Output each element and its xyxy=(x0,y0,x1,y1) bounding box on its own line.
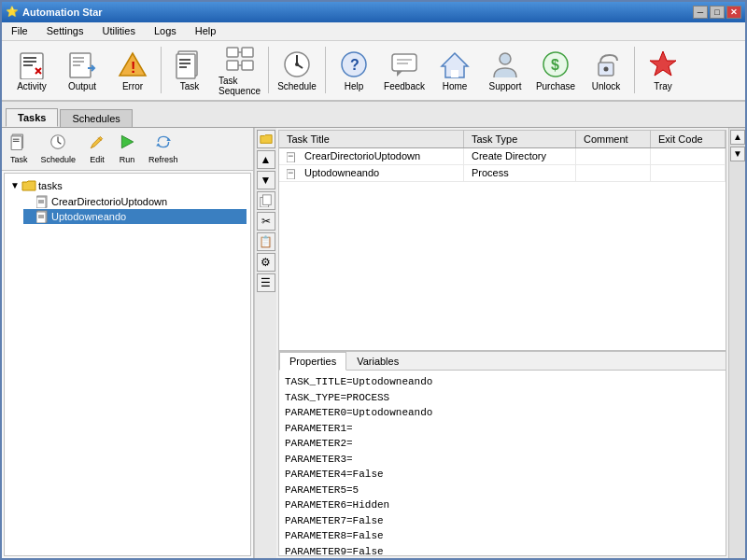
toolbar-purchase[interactable]: $ Purchase xyxy=(531,44,580,96)
left-btn-task[interactable]: Task xyxy=(6,131,33,167)
svg-rect-1 xyxy=(23,57,36,59)
app-window: ⭐ Automation Star ─ □ ✕ File Settings Ut… xyxy=(0,0,747,560)
task-table-container[interactable]: Task Title Task Type Comment Exit Code xyxy=(278,130,726,351)
minimize-button[interactable]: ─ xyxy=(693,6,708,19)
toolbar-support[interactable]: Support xyxy=(481,44,529,96)
right-panel: Task Title Task Type Comment Exit Code xyxy=(276,128,728,558)
side-btn-list[interactable]: ☰ xyxy=(257,273,275,292)
left-btn-refresh[interactable]: Refresh xyxy=(144,131,183,167)
error-label: Error xyxy=(122,81,143,91)
prop-line-3: PARAMETER0=Uptodowneando xyxy=(285,405,720,421)
svg-text:!: ! xyxy=(131,60,135,76)
task-comment-cell-2 xyxy=(575,164,650,181)
toolbar-error[interactable]: ! Error xyxy=(108,44,157,96)
title-bar-left: ⭐ Automation Star xyxy=(6,6,103,18)
toolbar-feedback[interactable]: Feedback xyxy=(380,44,429,96)
col-task-type: Task Type xyxy=(463,131,575,148)
prop-tab-properties[interactable]: Properties xyxy=(279,352,346,371)
left-refresh-label: Refresh xyxy=(148,155,178,164)
side-btn-cut[interactable]: ✂ xyxy=(257,212,275,231)
prop-line-11: PARAMETER8=False xyxy=(285,528,720,544)
menu-file[interactable]: File xyxy=(6,23,34,38)
table-row[interactable]: CrearDirectorioUptodown Create Directory xyxy=(279,147,726,164)
toolbar-unlock[interactable]: Unlock xyxy=(582,44,630,96)
title-bar: ⭐ Automation Star ─ □ ✕ xyxy=(2,2,745,22)
properties-tab-bar: Properties Variables xyxy=(279,352,726,371)
task-sequence-label: Task Sequence xyxy=(218,76,261,96)
main-tab-bar: Tasks Schedules xyxy=(2,102,745,128)
toolbar-task[interactable]: Task xyxy=(165,44,214,96)
support-label: Support xyxy=(488,81,521,91)
svg-rect-18 xyxy=(242,61,253,70)
task-tree[interactable]: ▼ tasks xyxy=(4,173,251,556)
side-btn-down[interactable]: ▼ xyxy=(257,171,275,189)
task-node-icon-crear xyxy=(36,195,49,208)
toolbar-output[interactable]: Output xyxy=(58,44,106,96)
svg-rect-7 xyxy=(73,64,80,66)
purchase-label: Purchase xyxy=(536,81,575,91)
row-icon-upto xyxy=(287,168,298,179)
side-btn-settings[interactable]: ⚙ xyxy=(257,253,275,272)
side-btn-copy[interactable] xyxy=(257,191,275,210)
svg-text:?: ? xyxy=(350,57,359,73)
tray-label: Tray xyxy=(654,81,672,91)
toolbar-sep-2 xyxy=(268,47,269,93)
close-button[interactable]: ✕ xyxy=(726,6,741,19)
task-table: Task Title Task Type Comment Exit Code xyxy=(279,131,726,182)
svg-point-37 xyxy=(604,66,609,71)
row-icon-crear xyxy=(287,151,298,162)
side-btn-folder[interactable] xyxy=(257,130,275,148)
tab-schedules[interactable]: Schedules xyxy=(60,109,132,127)
left-btn-run[interactable]: Run xyxy=(114,131,140,167)
table-row[interactable]: Uptodowneando Process xyxy=(279,164,726,181)
scroll-up-btn[interactable]: ▲ xyxy=(730,130,745,145)
svg-rect-6 xyxy=(73,61,84,63)
toolbar-help[interactable]: ? Help xyxy=(330,44,378,96)
main-content: Task Schedule xyxy=(2,128,745,558)
home-icon xyxy=(440,49,470,79)
feedback-label: Feedback xyxy=(384,81,425,91)
svg-rect-13 xyxy=(179,63,190,64)
svg-rect-3 xyxy=(23,64,33,66)
menu-settings[interactable]: Settings xyxy=(41,23,90,38)
toolbar-schedule[interactable]: Schedule xyxy=(273,44,321,96)
toolbar-tray[interactable]: Tray xyxy=(639,44,687,96)
folder-icon xyxy=(21,178,36,193)
help-icon: ? xyxy=(339,49,369,79)
svg-rect-27 xyxy=(392,54,416,71)
task-sequence-icon xyxy=(225,44,255,74)
menu-help[interactable]: Help xyxy=(190,23,222,38)
svg-rect-5 xyxy=(73,57,84,59)
tab-tasks[interactable]: Tasks xyxy=(6,108,58,127)
tree-node-upto[interactable]: Uptodowneando xyxy=(23,209,247,224)
svg-marker-28 xyxy=(397,71,402,77)
tree-node-crear[interactable]: CrearDirectorioUptodown xyxy=(23,194,247,209)
side-btn-paste[interactable]: 📋 xyxy=(257,232,275,251)
task-type-cell: Create Directory xyxy=(463,147,575,164)
prop-line-7: PARAMETER4=False xyxy=(285,467,720,483)
output-icon xyxy=(67,49,97,79)
menu-logs[interactable]: Logs xyxy=(148,23,182,38)
left-task-label: Task xyxy=(10,155,28,164)
toolbar-task-sequence[interactable]: Task Sequence xyxy=(216,44,264,96)
col-comment: Comment xyxy=(575,131,650,148)
schedule-icon xyxy=(282,49,312,79)
left-btn-schedule[interactable]: Schedule xyxy=(36,131,81,167)
toolbar-home[interactable]: Home xyxy=(430,44,479,96)
toolbar-activity[interactable]: Activity xyxy=(7,44,56,96)
tree-root-label: tasks xyxy=(38,180,63,191)
scroll-down-btn[interactable]: ▼ xyxy=(730,147,745,161)
maximize-button[interactable]: □ xyxy=(710,6,725,19)
prop-tab-variables[interactable]: Variables xyxy=(346,352,409,370)
svg-point-24 xyxy=(295,63,299,66)
main-toolbar: Activity Output ! Error xyxy=(2,41,745,102)
home-label: Home xyxy=(443,81,468,91)
left-edit-label: Edit xyxy=(90,155,105,164)
side-btn-up[interactable]: ▲ xyxy=(257,150,275,169)
task-exit-cell xyxy=(650,147,725,164)
menu-utilities[interactable]: Utilities xyxy=(96,23,140,38)
svg-marker-49 xyxy=(156,143,161,146)
left-btn-edit[interactable]: Edit xyxy=(84,131,110,167)
tree-node-root[interactable]: ▼ tasks xyxy=(8,177,247,194)
left-refresh-icon xyxy=(155,133,172,154)
